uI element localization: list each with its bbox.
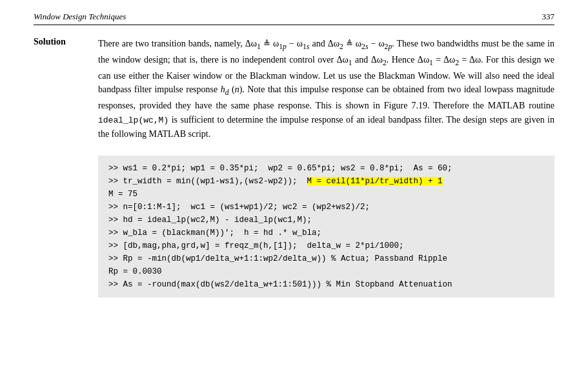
solution-paragraph: There are two transition bands, namely, …	[98, 37, 554, 141]
header-page-number: 337	[542, 12, 555, 22]
code-line-7: >> [db,mag,pha,grd,w] = freqz_m(h,[1]); …	[108, 239, 544, 252]
code-line-2: >> tr_width = min((wp1-ws1),(ws2-wp2)); …	[108, 175, 544, 188]
highlight-text: M = ceil(11*pi/tr_width) + 1	[307, 177, 443, 186]
code-line-3: M = 75	[108, 188, 544, 201]
main-content: Solution There are two transition bands,…	[34, 37, 554, 298]
code-line-5: >> hd = ideal_lp(wc2,M) - ideal_lp(wc1,M…	[108, 214, 544, 227]
solution-label: Solution	[34, 37, 66, 46]
code-line-8: >> Rp = -min(db(wp1/delta_w+1:1:wp2/delt…	[108, 252, 544, 265]
code-line-1: >> ws1 = 0.2*pi; wp1 = 0.35*pi; wp2 = 0.…	[108, 162, 544, 175]
code-line-9: Rp = 0.0030	[108, 265, 544, 278]
solution-text-col: There are two transition bands, namely, …	[98, 37, 554, 298]
page: Window Design Techniques 337 Solution Th…	[0, 0, 588, 384]
solution-label-col: Solution	[34, 37, 98, 298]
code-line-6: >> w_bla = (blackman(M))'; h = hd .* w_b…	[108, 227, 544, 239]
code-block: >> ws1 = 0.2*pi; wp1 = 0.35*pi; wp2 = 0.…	[98, 156, 554, 298]
code-line-4: >> n=[0:1:M-1]; wc1 = (ws1+wp1)/2; wc2 =…	[108, 201, 544, 214]
code-line-10: >> As = -round(max(db(ws2/delta_w+1:1:50…	[108, 278, 544, 291]
header-title: Window Design Techniques	[34, 12, 126, 22]
page-header: Window Design Techniques 337	[34, 12, 554, 25]
